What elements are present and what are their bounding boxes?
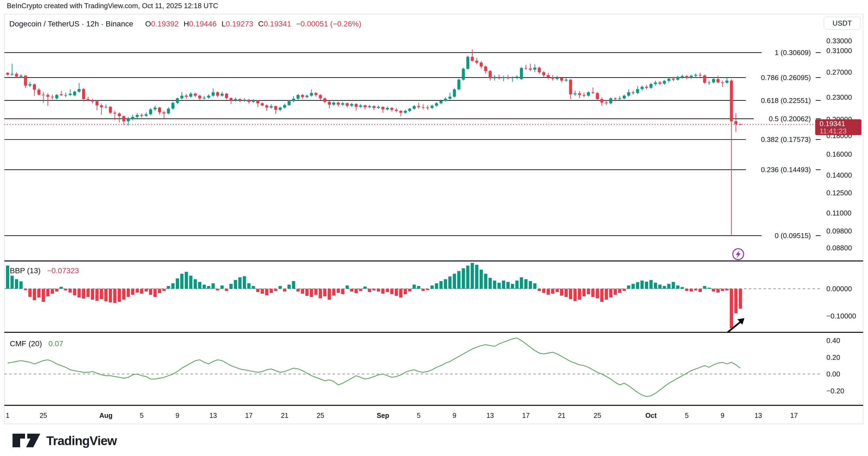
candlestick	[288, 101, 290, 105]
candlestick	[399, 111, 402, 113]
candlestick	[538, 67, 541, 72]
time-axis-label: 9	[720, 411, 724, 419]
candlestick	[91, 101, 94, 102]
cmf-axis-label: −0.20	[826, 387, 844, 395]
bbp-histogram-bar	[60, 287, 63, 289]
candlestick	[448, 97, 452, 99]
bbp-histogram-bar	[502, 281, 505, 289]
chart-surface[interactable]: 1 (0.30609)0.786 (0.26095)0.618 (0.22551…	[0, 0, 868, 456]
bbp-histogram-bar	[28, 289, 32, 297]
tradingview-logo[interactable]: TradingView	[12, 433, 117, 448]
bbp-histogram-bar	[68, 289, 72, 292]
time-axis-label: 21	[281, 411, 288, 419]
price-axis-label: 0.16000	[826, 150, 852, 158]
close-label: C	[258, 20, 264, 28]
candlestick	[681, 76, 684, 77]
bbp-histogram-bar	[739, 289, 742, 309]
candlestick	[703, 76, 706, 83]
bbp-histogram-bar	[256, 289, 259, 292]
candlestick	[725, 81, 728, 83]
bbp-histogram-bar	[457, 271, 460, 289]
bbp-histogram-bar	[453, 274, 456, 289]
candlestick	[641, 87, 644, 89]
bbp-histogram-bar	[582, 289, 586, 296]
bbp-histogram-bar	[377, 289, 380, 291]
candlestick	[270, 106, 273, 108]
cmf-line	[8, 338, 740, 397]
bbp-histogram-bar	[216, 289, 219, 290]
bbp-histogram-bar	[395, 289, 398, 296]
candlestick	[694, 75, 697, 76]
bbp-histogram-bar	[636, 282, 639, 289]
candlestick	[578, 93, 581, 95]
candlestick	[592, 92, 594, 93]
bbp-histogram-bar	[551, 289, 554, 294]
bbp-histogram-bar	[33, 289, 36, 300]
candlestick	[650, 84, 652, 88]
candlestick	[386, 108, 389, 109]
candlestick	[484, 66, 487, 71]
candlestick	[556, 78, 559, 79]
bbp-histogram-bar	[153, 289, 157, 297]
symbol-title[interactable]: Dogecoin / TetherUS · 12h · Binance	[9, 20, 133, 28]
time-axis-label: 1	[6, 411, 9, 419]
candlestick	[614, 98, 617, 99]
bbp-histogram-bar	[122, 289, 125, 300]
bbp-histogram-bar	[194, 279, 197, 289]
candlestick	[225, 94, 228, 98]
candlestick	[511, 78, 514, 78]
pane-separator[interactable]	[4, 332, 863, 333]
candlestick	[596, 93, 599, 99]
candlestick	[341, 103, 344, 105]
fib-level-label: 0.236 (0.14493)	[761, 166, 811, 174]
currency-toggle-button[interactable]: USDT	[824, 17, 861, 30]
bbp-histogram-bar	[573, 289, 577, 301]
candlestick	[238, 99, 241, 101]
bbp-histogram-bar	[167, 286, 170, 289]
cmf-indicator-title[interactable]: CMF (20) 0.07	[10, 339, 63, 348]
candlestick	[64, 95, 67, 95]
candlestick	[42, 94, 45, 95]
low-label: L	[221, 20, 226, 28]
bbp-histogram-bar	[265, 289, 268, 295]
bbp-histogram-bar	[462, 268, 465, 289]
bbp-histogram-bar	[185, 272, 188, 289]
candlestick	[712, 79, 715, 82]
candlestick	[172, 103, 175, 109]
candlestick	[37, 90, 40, 94]
bbp-histogram-bar	[368, 289, 371, 292]
bbp-histogram-bar	[663, 286, 666, 289]
candlestick	[314, 93, 317, 95]
bbp-histogram-bar	[314, 289, 317, 295]
bbp-histogram-bar	[247, 283, 251, 289]
bbp-indicator-title[interactable]: BBP (13) −0.07323	[10, 266, 79, 275]
pane-separator[interactable]	[4, 260, 863, 261]
bbp-histogram-bar	[685, 289, 688, 291]
pane-separator[interactable]	[4, 405, 863, 406]
bbp-histogram-bar	[712, 289, 715, 291]
bbp-histogram-bar	[296, 289, 300, 291]
bbp-histogram-bar	[614, 289, 617, 295]
bbp-histogram-bar	[480, 270, 483, 289]
bbp-histogram-bar	[565, 289, 568, 297]
bbp-histogram-bar	[609, 289, 613, 297]
bbp-histogram-bar	[229, 284, 232, 289]
candlestick	[234, 99, 237, 101]
bbp-histogram-bar	[676, 285, 679, 289]
time-axis-label: 13	[754, 411, 762, 419]
bbp-histogram-bar	[426, 289, 429, 290]
high-value: 0.19446	[189, 20, 217, 28]
bbp-histogram-bar	[466, 265, 469, 289]
candlestick	[310, 93, 313, 95]
bbp-histogram-bar	[220, 285, 224, 289]
candlestick	[574, 93, 577, 94]
bbp-histogram-bar	[78, 289, 81, 297]
candlestick	[73, 92, 76, 95]
candlestick	[381, 107, 384, 109]
cmf-axis-label: 0.40	[826, 336, 840, 345]
candlestick	[542, 72, 545, 75]
symbol-title-bar: Dogecoin / TetherUS · 12h · Binance O0.1…	[9, 20, 361, 28]
bbp-histogram-bar	[203, 285, 206, 289]
cmf-value: 0.07	[49, 339, 63, 348]
bbp-histogram-bar	[180, 274, 183, 289]
